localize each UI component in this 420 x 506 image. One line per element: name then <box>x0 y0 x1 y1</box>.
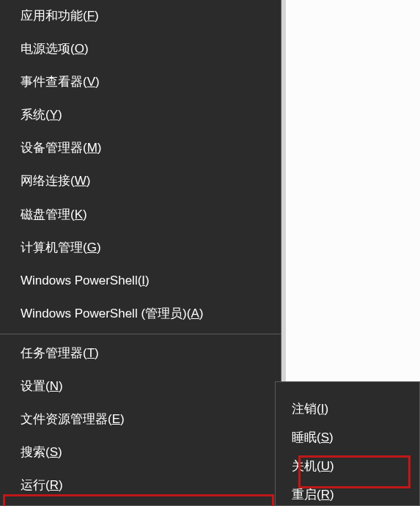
menu-accel: W <box>75 174 86 188</box>
menu-accel: Y <box>50 108 58 122</box>
menu-accel: O <box>75 42 84 56</box>
menu-accel: T <box>87 346 95 360</box>
menu-label: 网络连接 <box>21 174 70 188</box>
menu-accel: R <box>50 478 59 492</box>
menu-label: 电源选项 <box>21 42 70 56</box>
menu-item-file-explorer[interactable]: 文件资源管理器(E) <box>0 403 281 436</box>
shutdown-submenu: 注销(I) 睡眠(S) 关机(U) 重启(R) <box>275 381 420 506</box>
menu-label: 磁盘管理 <box>21 208 70 221</box>
menu-accel: M <box>87 141 97 155</box>
menu-item-system[interactable]: 系统(Y) <box>0 99 281 132</box>
submenu-label: 注销 <box>292 402 317 416</box>
menu-label: 应用和功能 <box>21 9 83 23</box>
menu-item-apps-features[interactable]: 应用和功能(F) <box>0 0 281 33</box>
menu-item-network-connections[interactable]: 网络连接(W) <box>0 165 281 198</box>
submenu-accel: S <box>321 430 329 444</box>
menu-accel: S <box>50 445 58 459</box>
menu-item-disk-management[interactable]: 磁盘管理(K) <box>0 199 281 232</box>
menu-accel: V <box>87 75 95 89</box>
menu-accel: I <box>141 274 145 287</box>
submenu-label: 重启 <box>292 488 317 502</box>
submenu-item-shutdown[interactable]: 关机(U) <box>276 452 419 481</box>
menu-item-settings[interactable]: 设置(N) <box>0 370 281 403</box>
submenu-label: 睡眠 <box>292 430 317 444</box>
menu-item-device-manager[interactable]: 设备管理器(M) <box>0 132 281 165</box>
menu-item-power-options[interactable]: 电源选项(O) <box>0 33 281 66</box>
submenu-accel: U <box>321 459 330 473</box>
submenu-label: 关机 <box>292 459 317 473</box>
menu-label: 任务管理器 <box>21 346 83 360</box>
menu-label: Windows PowerShell (管理员) <box>21 307 187 320</box>
menu-label: Windows PowerShell <box>21 274 138 287</box>
submenu-item-restart[interactable]: 重启(R) <box>276 481 419 506</box>
menu-item-task-manager[interactable]: 任务管理器(T) <box>0 337 281 370</box>
submenu-accel: R <box>321 488 330 502</box>
menu-item-run[interactable]: 运行(R) <box>0 469 281 502</box>
menu-label: 设备管理器 <box>21 141 83 155</box>
menu-accel: A <box>191 307 199 320</box>
menu-label: 运行 <box>21 478 45 492</box>
menu-accel: G <box>87 241 97 254</box>
submenu-accel: I <box>321 402 325 416</box>
menu-accel: F <box>87 9 95 23</box>
menu-item-computer-management[interactable]: 计算机管理(G) <box>0 232 281 265</box>
menu-accel: E <box>112 412 120 426</box>
menu-separator <box>0 334 281 334</box>
winx-context-menu: 应用和功能(F) 电源选项(O) 事件查看器(V) 系统(Y) 设备管理器(M)… <box>0 0 281 506</box>
menu-accel: K <box>75 208 83 221</box>
menu-item-search[interactable]: 搜索(S) <box>0 436 281 469</box>
menu-item-powershell-admin[interactable]: Windows PowerShell (管理员)(A) <box>0 298 281 331</box>
menu-label: 计算机管理 <box>21 241 83 254</box>
menu-item-powershell[interactable]: Windows PowerShell(I) <box>0 265 281 298</box>
submenu-item-signout[interactable]: 注销(I) <box>276 395 419 424</box>
menu-label: 文件资源管理器 <box>21 412 108 426</box>
menu-label: 搜索 <box>21 445 45 459</box>
menu-accel: N <box>50 379 59 393</box>
submenu-item-sleep[interactable]: 睡眠(S) <box>276 424 419 452</box>
menu-label: 系统 <box>21 108 45 122</box>
menu-item-event-viewer[interactable]: 事件查看器(V) <box>0 66 281 99</box>
menu-label: 设置 <box>21 379 45 393</box>
menu-label: 事件查看器 <box>21 75 83 89</box>
